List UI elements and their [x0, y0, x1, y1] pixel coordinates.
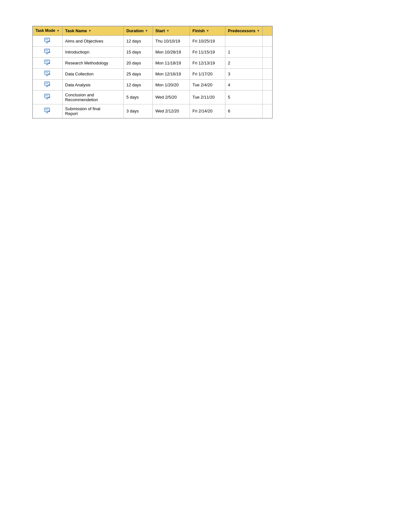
task-mode-icon — [44, 51, 51, 55]
predecessors-cell: 6 — [225, 104, 263, 118]
predecessors-cell: 5 — [225, 90, 263, 104]
finish-cell: Fri 11/15/19 — [190, 46, 225, 57]
task-name-cell: Aims and Objectives — [63, 35, 124, 46]
col-header-duration[interactable]: Duration ▼ — [124, 26, 153, 36]
col-header-start[interactable]: Start ▼ — [153, 26, 190, 36]
task-mode-icon — [44, 73, 51, 77]
duration-cell: 5 days — [124, 90, 153, 104]
predecessors-cell: 4 — [225, 79, 263, 90]
task-mode-cell — [33, 57, 63, 68]
extra-cell — [263, 79, 272, 90]
col-header-predecessors[interactable]: Predecessors ▼ — [225, 26, 263, 36]
task-name-cell: Conclusion and Recommendetion — [63, 90, 124, 104]
start-header-label: Start — [155, 28, 165, 33]
start-cell: Mon 12/16/19 — [153, 68, 190, 79]
start-cell: Wed 2/5/20 — [153, 90, 190, 104]
extra-cell — [263, 35, 272, 46]
task-mode-icon — [44, 62, 51, 66]
finish-cell: Tue 2/4/20 — [190, 79, 225, 90]
start-cell: Thu 10/10/19 — [153, 35, 190, 46]
task-name-cell: Research Methodology — [63, 57, 124, 68]
start-cell: Mon 11/18/19 — [153, 57, 190, 68]
task-mode-icon — [44, 96, 51, 101]
table-row: Data Collection25 daysMon 12/16/19Fri 1/… — [33, 68, 272, 79]
predecessors-cell: 2 — [225, 57, 263, 68]
col-header-task-name[interactable]: Task Name ▼ — [63, 26, 124, 36]
start-cell: Wed 2/12/20 — [153, 104, 190, 118]
table-row: Research Methodology20 daysMon 11/18/19F… — [33, 57, 272, 68]
extra-cell — [263, 104, 272, 118]
finish-header-label: Finish — [192, 28, 205, 33]
predecessors-header-label: Predecessors — [228, 28, 255, 33]
table-header-row: Task Mode ▼ Task Name ▼ Duration ▼ — [33, 26, 272, 36]
predecessors-dropdown-icon[interactable]: ▼ — [257, 29, 260, 33]
col-header-task-mode[interactable]: Task Mode ▼ — [33, 26, 63, 36]
task-name-header-label: Task Name — [65, 28, 87, 33]
task-mode-dropdown-icon[interactable]: ▼ — [56, 29, 60, 33]
task-name-cell: Data Analysis — [63, 79, 124, 90]
task-mode-cell — [33, 90, 63, 104]
duration-cell: 20 days — [124, 57, 153, 68]
extra-cell — [263, 57, 272, 68]
duration-dropdown-icon[interactable]: ▼ — [145, 29, 148, 33]
start-dropdown-icon[interactable]: ▼ — [166, 29, 170, 33]
duration-cell: 3 days — [124, 104, 153, 118]
finish-dropdown-icon[interactable]: ▼ — [206, 29, 209, 33]
col-header-finish[interactable]: Finish ▼ — [190, 26, 225, 36]
task-mode-icon — [44, 40, 51, 44]
table-row: Conclusion and Recommendetion5 daysWed 2… — [33, 90, 272, 104]
table-row: Data Analysis12 daysMon 1/20/20Tue 2/4/2… — [33, 79, 272, 90]
task-mode-icon — [44, 83, 51, 88]
finish-cell: Fri 1/17/20 — [190, 68, 225, 79]
finish-cell: Tue 2/11/20 — [190, 90, 225, 104]
table-row: Introductiopn15 daysMon 10/28/19Fri 11/1… — [33, 46, 272, 57]
start-cell: Mon 10/28/19 — [153, 46, 190, 57]
finish-cell: Fri 10/25/19 — [190, 35, 225, 46]
table-row: Aims and Objectives12 daysThu 10/10/19Fr… — [33, 35, 272, 46]
task-mode-cell — [33, 35, 63, 46]
predecessors-cell — [225, 35, 263, 46]
extra-cell — [263, 68, 272, 79]
duration-cell: 12 days — [124, 35, 153, 46]
table-row: Submission of final Report3 daysWed 2/12… — [33, 104, 272, 118]
task-mode-header-label: Task Mode — [35, 28, 55, 34]
finish-cell: Fri 12/13/19 — [190, 57, 225, 68]
task-name-dropdown-icon[interactable]: ▼ — [88, 29, 92, 33]
task-name-cell: Data Collection — [63, 68, 124, 79]
extra-cell — [263, 46, 272, 57]
task-mode-cell — [33, 68, 63, 79]
table-body: Aims and Objectives12 daysThu 10/10/19Fr… — [33, 35, 272, 118]
duration-cell: 15 days — [124, 46, 153, 57]
extra-cell — [263, 90, 272, 104]
predecessors-cell: 3 — [225, 68, 263, 79]
duration-header-label: Duration — [126, 28, 143, 33]
duration-cell: 12 days — [124, 79, 153, 90]
project-table-container: Task Mode ▼ Task Name ▼ Duration ▼ — [32, 26, 273, 119]
task-mode-cell — [33, 46, 63, 57]
task-name-cell: Submission of final Report — [63, 104, 124, 118]
duration-cell: 25 days — [124, 68, 153, 79]
task-mode-cell — [33, 104, 63, 118]
task-mode-icon — [44, 110, 51, 114]
task-name-cell: Introductiopn — [63, 46, 124, 57]
finish-cell: Fri 2/14/20 — [190, 104, 225, 118]
col-header-extra — [263, 26, 272, 36]
start-cell: Mon 1/20/20 — [153, 79, 190, 90]
task-mode-cell — [33, 79, 63, 90]
project-table: Task Mode ▼ Task Name ▼ Duration ▼ — [33, 26, 272, 118]
predecessors-cell: 1 — [225, 46, 263, 57]
